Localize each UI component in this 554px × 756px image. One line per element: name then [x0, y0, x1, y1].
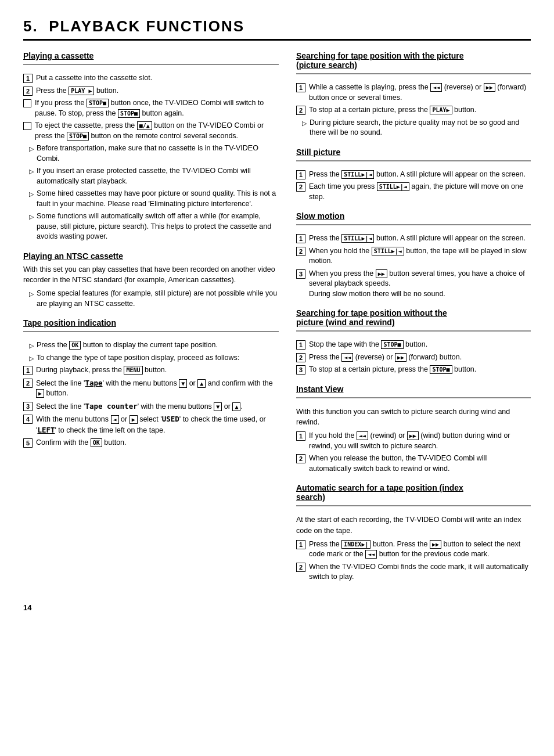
step-number: 1	[23, 74, 33, 83]
btn-play: PLAY▶	[430, 106, 452, 114]
note-item: ▷ If you insert an erase protected casse…	[29, 166, 279, 186]
btn-fwd: ▶▶	[376, 269, 387, 278]
chapter-num: 5.	[23, 17, 38, 35]
divider	[23, 331, 279, 332]
step-text: To stop at a certain picture, press the …	[309, 365, 476, 375]
btn-down: ▼	[214, 402, 222, 411]
btn-stop2: STOP■	[118, 109, 140, 118]
btn-stop3: STOP■	[67, 132, 89, 141]
step-text: Press the STILL▶|◄ button. A still pictu…	[309, 233, 526, 244]
divider	[296, 330, 531, 332]
step-checkbox	[23, 122, 31, 130]
divider	[296, 160, 531, 161]
step-text: Each time you press STILL▶|◄ again, the …	[309, 182, 531, 202]
step-item: 1 If you hold the ◄◄ (rewind) or ▶▶ (win…	[296, 431, 531, 451]
step-item: 5 Confirm with the OK button.	[23, 438, 279, 448]
note-text: To change the type of tape position disp…	[37, 353, 239, 363]
section-playing-cassette: Playing a cassette 1 Put a cassette into…	[23, 51, 279, 242]
section-tape-position-title: Tape position indication	[23, 318, 279, 327]
section-picture-search: Searching for tape position with the pic…	[296, 51, 531, 138]
step-number: 1	[296, 83, 305, 92]
step-text: Put a cassette into the cassette slot.	[36, 73, 152, 84]
step-number: 1	[296, 234, 305, 243]
step-item: 2 Press the PLAY ▶ button.	[23, 86, 279, 96]
section-index-search: Automatic search for a tape position (in…	[296, 483, 531, 582]
step-text: To eject the cassette, press the ■/▲ but…	[35, 121, 279, 141]
note-text: Some special features (for example, stil…	[37, 289, 279, 309]
note-text: Some hired cassettes may have poor pictu…	[37, 189, 279, 209]
btn-fwd: ▶▶	[395, 353, 406, 362]
main-content: Playing a cassette 1 Put a cassette into…	[23, 51, 531, 592]
btn-fwd: ▶▶	[484, 83, 495, 92]
btn-fwd: ▶▶	[407, 431, 419, 440]
step-number: 1	[23, 366, 33, 375]
page-wrapper: 5. PLAYBACK FUNCTIONS Playing a cassette…	[23, 17, 531, 612]
btn-ok: OK	[91, 438, 102, 447]
step-item: 1 Press the INDEX▶| button. Press the ▶▶…	[296, 539, 531, 560]
arrow-icon: ▷	[29, 213, 34, 221]
step-number: 2	[296, 563, 305, 572]
note-item: ▷ Some special features (for example, st…	[29, 289, 279, 309]
step-item: 3 To stop at a certain picture, press th…	[296, 365, 531, 375]
step-text: To stop at a certain picture, press the …	[309, 105, 476, 116]
section-instant-view: Instant View With this function you can …	[296, 384, 531, 474]
step-number: 3	[23, 402, 33, 411]
step-checkbox	[23, 99, 31, 107]
note-item: ▷ Press the OK button to display the cur…	[29, 340, 279, 351]
step-item: 2 When the TV-VIDEO Combi finds the code…	[296, 562, 531, 582]
section-still-title: Still picture	[296, 147, 531, 157]
left-column: Playing a cassette 1 Put a cassette into…	[23, 51, 279, 592]
step-number: 1	[296, 431, 305, 441]
step-number: 3	[296, 365, 305, 375]
step-item: 3 When you press the ▶▶ button several t…	[296, 269, 531, 300]
note-item: ▷ Some hired cassettes may have poor pic…	[29, 189, 279, 209]
note-item: ▷ During picture search, the picture qua…	[302, 118, 531, 138]
note-text: Some functions will automatically switch…	[37, 211, 279, 242]
step-item: 4 With the menu buttons ◄ or ▶ select 'U…	[23, 414, 279, 435]
step-text: With the menu buttons ◄ or ▶ select 'USE…	[36, 414, 279, 435]
instant-view-para: With this function you can switch to pic…	[296, 406, 531, 429]
btn-menu: MENU	[124, 366, 142, 375]
step-item: To eject the cassette, press the ■/▲ but…	[23, 121, 279, 141]
note-text: Press the OK button to display the curre…	[37, 340, 218, 351]
btn-stop: STOP■	[87, 99, 109, 107]
note-item: ▷ To change the type of tape position di…	[29, 353, 279, 363]
arrow-icon: ▷	[29, 290, 34, 298]
index-para: At the start of each recording, the TV-V…	[296, 514, 531, 537]
step-item: 2 To stop at a certain picture, press th…	[296, 105, 531, 116]
step-text: Press the ◄◄ (reverse) or ▶▶ (forward) b…	[309, 352, 462, 363]
divider	[296, 397, 531, 398]
step-item: 1 While a cassette is playing, press the…	[296, 82, 531, 103]
step-text: Press the INDEX▶| button. Press the ▶▶ b…	[309, 539, 531, 560]
btn-rev: ◄◄	[430, 83, 442, 92]
btn-rev: ◄◄	[341, 353, 353, 362]
step-number: 2	[23, 87, 33, 96]
btn-left: ◄	[111, 415, 119, 424]
page-number: 14	[23, 603, 531, 612]
step-text: Confirm with the OK button.	[36, 438, 127, 448]
section-slow-title: Slow motion	[296, 211, 531, 221]
divider	[296, 505, 531, 506]
step-text: When you hold the STILL▶|◄ button, the t…	[309, 246, 531, 267]
step-text: If you hold the ◄◄ (rewind) or ▶▶ (wind)…	[309, 431, 531, 451]
step-text: Stop the tape with the STOP■ button.	[309, 340, 427, 350]
section-index-title: Automatic search for a tape position (in…	[296, 483, 531, 502]
btn-down: ▼	[179, 379, 187, 388]
step-item: 2 Press the ◄◄ (reverse) or ▶▶ (forward)…	[296, 352, 531, 363]
arrow-icon: ▷	[302, 119, 307, 128]
step-number: 2	[296, 353, 305, 362]
step-item: 2 Select the line 'Tape' with the menu b…	[23, 378, 279, 399]
step-number: 2	[296, 454, 305, 463]
divider	[23, 64, 279, 65]
btn-stop: STOP■	[381, 340, 403, 349]
btn-right: ▶	[36, 389, 44, 398]
step-item: 1 Press the STILL▶|◄ button. A still pic…	[296, 233, 531, 244]
arrow-icon: ▷	[29, 354, 34, 363]
step-text: When the TV-VIDEO Combi finds the code m…	[309, 562, 531, 582]
section-wind-title: Searching for tape position without thep…	[296, 308, 531, 327]
btn-ok: OK	[69, 341, 81, 350]
step-item: 2 When you release the button, the TV-VI…	[296, 453, 531, 474]
step-text: When you release the button, the TV-VIDE…	[309, 453, 531, 474]
step-number: 2	[296, 106, 305, 115]
step-number: 3	[296, 269, 305, 279]
